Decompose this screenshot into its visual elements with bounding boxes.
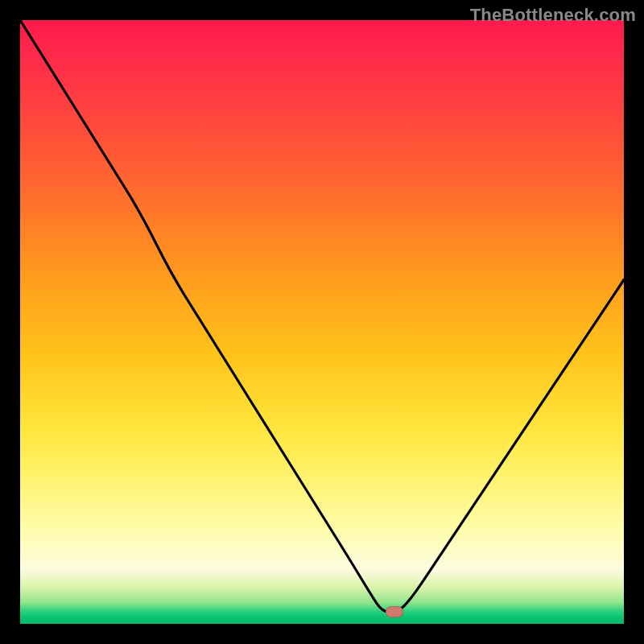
chart-outer: TheBottleneck.com (0, 0, 644, 644)
bottleneck-curve-path (20, 20, 624, 612)
bottleneck-curve-svg (20, 20, 624, 624)
plot-area (20, 20, 624, 624)
optimal-point-marker (386, 606, 403, 617)
watermark-text: TheBottleneck.com (470, 5, 636, 26)
